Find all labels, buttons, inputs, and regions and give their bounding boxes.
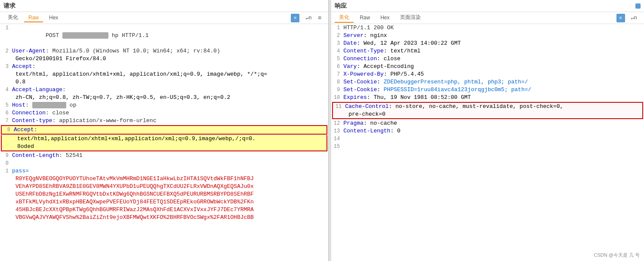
post-val-3: USEhRFbDBzNg1EXwRNMFRGQVtbDxtKDWg6QhhBGS… <box>0 190 328 198</box>
resp-line-11: 11 Cache-Control: no-store, no-cache, mu… <box>332 102 643 111</box>
tab-request-beautify[interactable]: 美化 <box>3 13 22 23</box>
code-line-8: 8 Accept: <box>1 125 327 135</box>
resp-line-10: 10 Expires: Thu, 19 Nov 1981 08:52:00 GM… <box>331 94 644 101</box>
post-val-5: 45HBJcBEJcXXtQPBpKTWg6QhhBGUMRFRIWazJ2MA… <box>0 206 328 214</box>
code-line-3c: 0.8 <box>0 78 328 86</box>
post-val-1: R0YEQgNVBEOGQOYPUOYTUhoeTAtvMkVmMHRmD1NG… <box>0 175 328 183</box>
code-line-9: 9 Content-Length: 52541 <box>0 152 328 160</box>
resp-line-15: 15 <box>331 143 644 150</box>
resp-line-1: 1 HTTP/1.1 200 OK <box>331 24 644 32</box>
request-code-area[interactable]: 1 POST ██████ hp HTTP/1.1 2 User-Agent: … <box>0 24 328 261</box>
code-line-3b: text/html, application/xhtml+xml, applic… <box>0 71 328 78</box>
post-key-line: 1 pass= <box>0 167 328 175</box>
code-line-4b: zh-CN, zh;q=0.8, zh-TW;q=0.7, zh-HK;q=0.… <box>0 94 328 101</box>
request-newline-label: ↵n <box>305 15 311 21</box>
tab-response-render[interactable]: 页面渲染 <box>396 13 425 23</box>
post-val-2: VEhAYPD8SEhRBVA9ZB1E0GEV8MWN4YXUPbD1uPEU… <box>0 183 328 190</box>
tab-response-raw[interactable]: Raw <box>355 14 374 22</box>
code-line-0: 0 <box>0 160 328 167</box>
response-panel: 响应 美化 Raw Hex 页面渲染 ≡ ↵n 1 HTTP/1.1 200 O… <box>331 0 644 261</box>
tab-request-raw[interactable]: Raw <box>24 14 43 22</box>
response-copy-icon[interactable]: ≡ <box>616 14 625 22</box>
code-line-7: 7 Content-type: application/x-www-form-u… <box>0 117 328 125</box>
resp-line-7: 7 X-Powered-By: PHP/5.4.45 <box>331 71 644 78</box>
code-line-3: 3 Accept: <box>0 63 328 71</box>
tab-response-beautify[interactable]: 美化 <box>335 13 354 23</box>
response-newline-label: ↵n <box>631 15 637 21</box>
code-line-5: 5 Host: ████ op <box>0 101 328 109</box>
code-line-4: 4 Accept-Language: <box>0 86 328 94</box>
resp-line-9: 9 Set-Cookie: PHPSESSID=1ruu84iavc4a123j… <box>331 86 644 94</box>
code-line-2: 2 User-Agent: Mozilla/5.0 (Windows NT 10… <box>0 47 328 55</box>
request-tab-bar: 美化 Raw Hex ≡ ↵n ≡ <box>0 12 328 24</box>
request-menu-icon[interactable]: ≡ <box>318 15 321 21</box>
tab-request-hex[interactable]: Hex <box>45 14 62 22</box>
response-title: 响应 <box>335 2 347 10</box>
code-line-1: 1 POST ██████ hp HTTP/1.1 <box>0 24 328 47</box>
resp-line-8: 8 Set-Cookie: ZDEDebuggerPresent=php, ph… <box>331 78 644 86</box>
resp-line-11b: pre-check=0 <box>332 111 643 119</box>
code-line-2b: Gecko/20100101 Firefox/84.0 <box>0 55 328 63</box>
main-container: 请求 美化 Raw Hex ≡ ↵n ≡ 1 POST ██████ hp HT… <box>0 0 644 261</box>
tab-response-hex[interactable]: Hex <box>376 14 394 22</box>
resp-line-12: 12 Pragma: no-cache <box>331 120 644 127</box>
resp-line-6: 6 Vary: Accept-Encoding <box>331 63 644 71</box>
code-line-8b: text/html,application/xhtml+xml,applicat… <box>1 135 327 143</box>
resp-line-5: 5 Connection: close <box>331 55 644 63</box>
resp-line-13: 13 Content-Length: 0 <box>331 127 644 135</box>
request-panel: 请求 美化 Raw Hex ≡ ↵n ≡ 1 POST ██████ hp HT… <box>0 0 329 261</box>
response-header: 响应 <box>331 0 644 12</box>
code-line-6: 6 Connection: close <box>0 109 328 117</box>
resp-line-4: 4 Content-Type: text/html <box>331 47 644 55</box>
response-code-area[interactable]: 1 HTTP/1.1 200 OK 2 Server: nginx 3 Date… <box>331 24 644 261</box>
watermark: CSDN @今天是 几 号 <box>594 252 640 258</box>
resp-line-3: 3 Date: Wed, 12 Apr 2023 14:00:22 GMT <box>331 40 644 47</box>
post-val-6: VBGVwQAJVYAWQFVShw%2BaiZiZnt9ejoXBFMWQwt… <box>0 214 328 221</box>
request-header: 请求 <box>0 0 328 12</box>
code-line-8c: 8oded <box>1 143 327 151</box>
request-title: 请求 <box>3 2 15 10</box>
post-val-4: xBTFkMLVyhdX1xRBxpHBEAQXwpePVEFEUoYDj84F… <box>0 198 328 206</box>
response-tab-bar: 美化 Raw Hex 页面渲染 ≡ ↵n <box>331 12 644 24</box>
request-copy-icon[interactable]: ≡ <box>291 14 299 22</box>
resp-line-14: 14 <box>331 135 644 143</box>
resp-line-2: 2 Server: nginx <box>331 32 644 40</box>
